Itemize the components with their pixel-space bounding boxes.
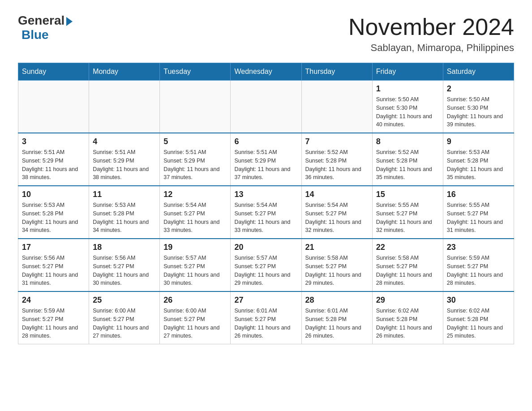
calendar-cell: 23Sunrise: 5:59 AMSunset: 5:27 PMDayligh…: [443, 239, 514, 291]
calendar-cell: 18Sunrise: 5:56 AMSunset: 5:27 PMDayligh…: [89, 239, 160, 291]
day-number: 20: [234, 243, 297, 252]
calendar-cell: 10Sunrise: 5:53 AMSunset: 5:28 PMDayligh…: [18, 186, 89, 239]
day-info: Sunrise: 5:52 AMSunset: 5:28 PMDaylight:…: [305, 148, 369, 182]
day-number: 5: [163, 137, 227, 146]
calendar-cell: 15Sunrise: 5:55 AMSunset: 5:27 PMDayligh…: [372, 186, 443, 239]
day-number: 24: [22, 295, 85, 305]
calendar-cell: 8Sunrise: 5:52 AMSunset: 5:28 PMDaylight…: [372, 133, 443, 186]
day-number: 19: [163, 243, 227, 252]
calendar-cell: 27Sunrise: 6:01 AMSunset: 5:27 PMDayligh…: [231, 291, 301, 344]
calendar-cell: 5Sunrise: 5:51 AMSunset: 5:29 PMDaylight…: [160, 133, 231, 186]
calendar-cell: 11Sunrise: 5:53 AMSunset: 5:28 PMDayligh…: [89, 186, 160, 239]
title-section: November 2024 Sablayan, Mimaropa, Philip…: [348, 13, 514, 54]
day-info: Sunrise: 5:50 AMSunset: 5:30 PMDaylight:…: [376, 95, 439, 129]
weekday-header-wednesday: Wednesday: [231, 63, 301, 81]
day-number: 21: [305, 243, 369, 252]
day-number: 28: [305, 295, 369, 305]
day-info: Sunrise: 5:58 AMSunset: 5:27 PMDaylight:…: [305, 254, 369, 287]
day-info: Sunrise: 5:51 AMSunset: 5:29 PMDaylight:…: [93, 148, 156, 182]
day-number: 7: [305, 137, 369, 146]
logo-blue-text: Blue: [21, 28, 49, 42]
day-info: Sunrise: 6:01 AMSunset: 5:28 PMDaylight:…: [305, 307, 369, 340]
day-number: 1: [376, 84, 439, 94]
day-info: Sunrise: 5:56 AMSunset: 5:27 PMDaylight:…: [93, 254, 156, 287]
day-info: Sunrise: 6:00 AMSunset: 5:27 PMDaylight:…: [93, 307, 156, 340]
day-info: Sunrise: 5:59 AMSunset: 5:27 PMDaylight:…: [22, 307, 85, 340]
day-info: Sunrise: 5:58 AMSunset: 5:27 PMDaylight:…: [376, 254, 439, 287]
day-number: 2: [447, 84, 510, 94]
calendar-table: SundayMondayTuesdayWednesdayThursdayFrid…: [18, 63, 514, 344]
logo-general-text: General: [18, 13, 64, 28]
day-info: Sunrise: 5:51 AMSunset: 5:29 PMDaylight:…: [163, 148, 227, 182]
calendar-cell: 6Sunrise: 5:51 AMSunset: 5:29 PMDaylight…: [231, 133, 301, 186]
day-number: 30: [447, 295, 510, 305]
calendar-cell: 2Sunrise: 5:50 AMSunset: 5:30 PMDaylight…: [443, 81, 514, 133]
calendar-cell: 30Sunrise: 6:02 AMSunset: 5:28 PMDayligh…: [443, 291, 514, 344]
day-number: 13: [234, 190, 297, 199]
calendar-cell: 7Sunrise: 5:52 AMSunset: 5:28 PMDaylight…: [301, 133, 372, 186]
calendar-cell: 21Sunrise: 5:58 AMSunset: 5:27 PMDayligh…: [301, 239, 372, 291]
day-number: 12: [163, 190, 227, 199]
day-info: Sunrise: 6:02 AMSunset: 5:28 PMDaylight:…: [447, 307, 510, 340]
calendar-week-row: 24Sunrise: 5:59 AMSunset: 5:27 PMDayligh…: [18, 291, 514, 344]
day-info: Sunrise: 5:53 AMSunset: 5:28 PMDaylight:…: [447, 148, 510, 182]
calendar-cell: 1Sunrise: 5:50 AMSunset: 5:30 PMDaylight…: [372, 81, 443, 133]
calendar-cell: 16Sunrise: 5:55 AMSunset: 5:27 PMDayligh…: [443, 186, 514, 239]
day-number: 17: [22, 243, 85, 252]
day-info: Sunrise: 5:51 AMSunset: 5:29 PMDaylight:…: [234, 148, 297, 182]
logo: General Blue: [18, 13, 73, 42]
day-number: 16: [447, 190, 510, 199]
calendar-cell: 22Sunrise: 5:58 AMSunset: 5:27 PMDayligh…: [372, 239, 443, 291]
calendar-cell: 26Sunrise: 6:00 AMSunset: 5:27 PMDayligh…: [160, 291, 231, 344]
calendar-cell: 14Sunrise: 5:54 AMSunset: 5:27 PMDayligh…: [301, 186, 372, 239]
day-info: Sunrise: 6:00 AMSunset: 5:27 PMDaylight:…: [163, 307, 227, 340]
calendar-cell: 25Sunrise: 6:00 AMSunset: 5:27 PMDayligh…: [89, 291, 160, 344]
calendar-cell: 28Sunrise: 6:01 AMSunset: 5:28 PMDayligh…: [301, 291, 372, 344]
calendar-cell: 9Sunrise: 5:53 AMSunset: 5:28 PMDaylight…: [443, 133, 514, 186]
day-number: 11: [93, 190, 156, 199]
day-info: Sunrise: 5:53 AMSunset: 5:28 PMDaylight:…: [93, 201, 156, 235]
day-number: 14: [305, 190, 369, 199]
day-info: Sunrise: 6:01 AMSunset: 5:27 PMDaylight:…: [234, 307, 297, 340]
day-number: 26: [163, 295, 227, 305]
calendar-cell: [89, 81, 160, 133]
calendar-cell: 4Sunrise: 5:51 AMSunset: 5:29 PMDaylight…: [89, 133, 160, 186]
day-info: Sunrise: 5:52 AMSunset: 5:28 PMDaylight:…: [376, 148, 439, 182]
day-info: Sunrise: 5:56 AMSunset: 5:27 PMDaylight:…: [22, 254, 85, 287]
page-header: General Blue November 2024 Sablayan, Mim…: [18, 13, 514, 54]
calendar-cell: 20Sunrise: 5:57 AMSunset: 5:27 PMDayligh…: [231, 239, 301, 291]
day-number: 27: [234, 295, 297, 305]
weekday-header-tuesday: Tuesday: [160, 63, 231, 81]
calendar-cell: 13Sunrise: 5:54 AMSunset: 5:27 PMDayligh…: [231, 186, 301, 239]
month-title: November 2024: [348, 13, 514, 40]
day-number: 23: [447, 243, 510, 252]
calendar-cell: [301, 81, 372, 133]
calendar-cell: [18, 81, 89, 133]
day-info: Sunrise: 5:54 AMSunset: 5:27 PMDaylight:…: [305, 201, 369, 235]
day-info: Sunrise: 5:59 AMSunset: 5:27 PMDaylight:…: [447, 254, 510, 287]
day-info: Sunrise: 6:02 AMSunset: 5:28 PMDaylight:…: [376, 307, 439, 340]
weekday-header-thursday: Thursday: [301, 63, 372, 81]
day-number: 29: [376, 295, 439, 305]
day-info: Sunrise: 5:54 AMSunset: 5:27 PMDaylight:…: [234, 201, 297, 235]
day-info: Sunrise: 5:57 AMSunset: 5:27 PMDaylight:…: [163, 254, 227, 287]
weekday-header-sunday: Sunday: [18, 63, 89, 81]
day-number: 9: [447, 137, 510, 146]
day-number: 22: [376, 243, 439, 252]
day-info: Sunrise: 5:51 AMSunset: 5:29 PMDaylight:…: [22, 148, 85, 182]
day-number: 15: [376, 190, 439, 199]
calendar-cell: 24Sunrise: 5:59 AMSunset: 5:27 PMDayligh…: [18, 291, 89, 344]
day-number: 25: [93, 295, 156, 305]
calendar-week-row: 1Sunrise: 5:50 AMSunset: 5:30 PMDaylight…: [18, 81, 514, 133]
calendar-cell: 12Sunrise: 5:54 AMSunset: 5:27 PMDayligh…: [160, 186, 231, 239]
weekday-header-friday: Friday: [372, 63, 443, 81]
calendar-cell: 17Sunrise: 5:56 AMSunset: 5:27 PMDayligh…: [18, 239, 89, 291]
calendar-cell: 3Sunrise: 5:51 AMSunset: 5:29 PMDaylight…: [18, 133, 89, 186]
weekday-header-saturday: Saturday: [443, 63, 514, 81]
calendar-week-row: 17Sunrise: 5:56 AMSunset: 5:27 PMDayligh…: [18, 239, 514, 291]
day-number: 6: [234, 137, 297, 146]
calendar-cell: 29Sunrise: 6:02 AMSunset: 5:28 PMDayligh…: [372, 291, 443, 344]
weekday-header-row: SundayMondayTuesdayWednesdayThursdayFrid…: [18, 63, 514, 81]
day-info: Sunrise: 5:50 AMSunset: 5:30 PMDaylight:…: [447, 95, 510, 129]
day-info: Sunrise: 5:55 AMSunset: 5:27 PMDaylight:…: [376, 201, 439, 235]
